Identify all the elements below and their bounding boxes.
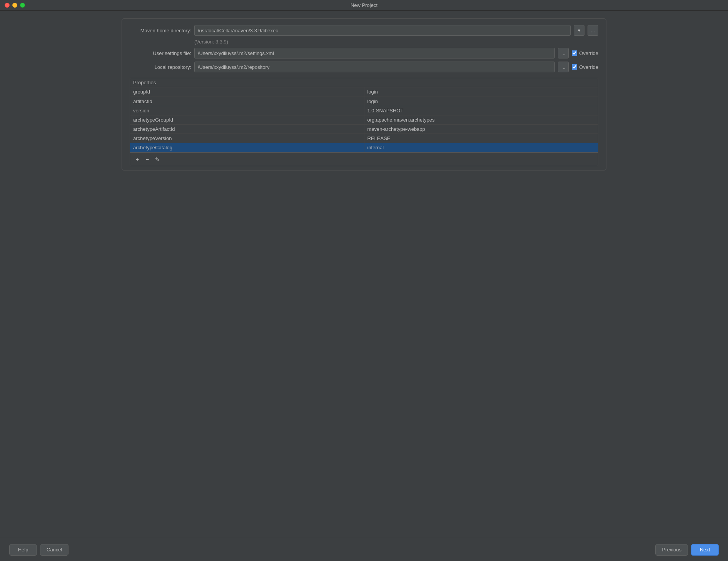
property-key: version — [130, 106, 364, 115]
table-row[interactable]: artifactIdlogin — [130, 97, 598, 106]
table-row[interactable]: archetypeArtifactIdmaven-archetype-webap… — [130, 124, 598, 134]
properties-table: groupIdloginartifactIdloginversion1.0-SN… — [130, 87, 598, 152]
property-value: 1.0-SNAPSHOT — [364, 106, 598, 115]
property-value: login — [364, 97, 598, 106]
property-value: internal — [364, 143, 598, 152]
property-value: org.apache.maven.archetypes — [364, 115, 598, 124]
previous-button[interactable]: Previous — [655, 544, 688, 556]
version-text: (Version: 3.3.9) — [194, 39, 598, 45]
property-key: archetypeArtifactId — [130, 124, 364, 134]
table-row[interactable]: archetypeVersionRELEASE — [130, 134, 598, 143]
property-key: artifactId — [130, 97, 364, 106]
local-repo-row: Local repository: ... Override — [130, 62, 598, 72]
bottom-left-buttons: Help Cancel — [9, 544, 68, 556]
properties-section: Properties groupIdloginartifactIdloginve… — [130, 78, 598, 166]
maven-home-label: Maven home directory: — [130, 28, 191, 33]
user-settings-override-label: Override — [579, 50, 598, 56]
maximize-button[interactable] — [20, 3, 25, 8]
property-key: archetypeCatalog — [130, 143, 364, 152]
bottom-bar: Help Cancel Previous Next — [0, 538, 728, 561]
next-button[interactable]: Next — [691, 544, 719, 556]
user-settings-input[interactable] — [194, 48, 555, 58]
title-bar: New Project — [0, 0, 728, 11]
form-area: Maven home directory: ▼ ... (Version: 3.… — [122, 19, 606, 76]
window-title: New Project — [351, 2, 377, 8]
add-property-button[interactable]: + — [133, 155, 142, 164]
table-row[interactable]: archetypeCataloginternal — [130, 143, 598, 152]
edit-property-button[interactable]: ✎ — [153, 155, 162, 164]
user-settings-label: User settings file: — [130, 50, 191, 56]
property-value: login — [364, 87, 598, 97]
bottom-right-buttons: Previous Next — [655, 544, 719, 556]
local-repo-label: Local repository: — [130, 64, 191, 70]
maven-home-row: Maven home directory: ▼ ... — [130, 25, 598, 36]
local-repo-dots-button[interactable]: ... — [558, 62, 569, 72]
table-row[interactable]: groupIdlogin — [130, 87, 598, 97]
help-button[interactable]: Help — [9, 544, 37, 556]
maven-home-dots-button[interactable]: ... — [588, 25, 598, 36]
local-repo-override-label: Override — [579, 64, 598, 70]
table-row[interactable]: version1.0-SNAPSHOT — [130, 106, 598, 115]
property-key: archetypeGroupId — [130, 115, 364, 124]
maven-home-dropdown[interactable]: ▼ — [574, 25, 584, 36]
close-button[interactable] — [5, 3, 10, 8]
user-settings-override-checkbox[interactable] — [572, 50, 577, 56]
property-key: archetypeVersion — [130, 134, 364, 143]
table-row[interactable]: archetypeGroupIdorg.apache.maven.archety… — [130, 115, 598, 124]
maven-home-input[interactable] — [194, 25, 571, 36]
local-repo-override-checkbox[interactable] — [572, 64, 577, 70]
local-repo-override: Override — [572, 64, 598, 70]
minimize-button[interactable] — [12, 3, 17, 8]
property-value: RELEASE — [364, 134, 598, 143]
properties-toolbar: + − ✎ — [130, 152, 598, 166]
window-controls — [5, 3, 25, 8]
properties-header: Properties — [130, 78, 598, 87]
user-settings-override: Override — [572, 50, 598, 56]
property-key: groupId — [130, 87, 364, 97]
remove-property-button[interactable]: − — [143, 155, 152, 164]
cancel-button[interactable]: Cancel — [40, 544, 68, 556]
local-repo-input[interactable] — [194, 62, 555, 72]
user-settings-dots-button[interactable]: ... — [558, 48, 569, 58]
property-value: maven-archetype-webapp — [364, 124, 598, 134]
dialog: Maven home directory: ▼ ... (Version: 3.… — [122, 18, 606, 170]
user-settings-row: User settings file: ... Override — [130, 48, 598, 58]
